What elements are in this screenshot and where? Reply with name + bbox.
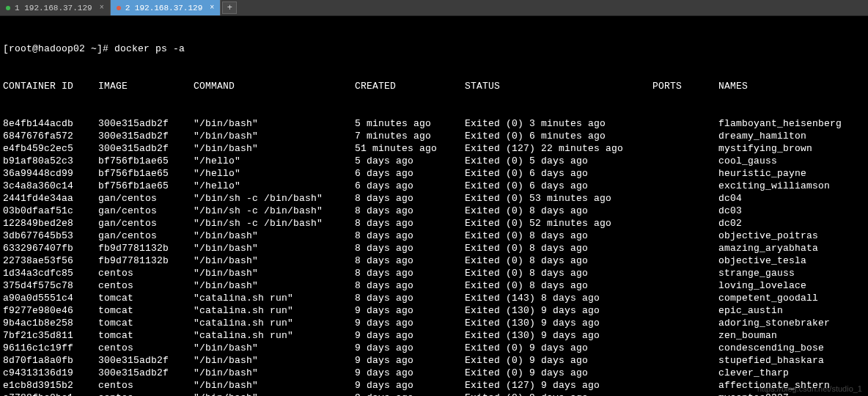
status-dot-icon xyxy=(6,6,10,10)
cell-command: "/hello" xyxy=(194,180,355,192)
cell-names: mystifying_brown xyxy=(718,142,865,155)
cell-status: Exited (0) 6 days ago xyxy=(465,180,652,192)
cell-image: 300e315adb2f xyxy=(98,354,194,367)
cell-container-id: e7788fbc0bc1 xyxy=(3,392,98,396)
table-row: 36a99448cd99bf756fb1ae65"/hello"6 days a… xyxy=(3,167,865,180)
cell-command: "catalina.sh run" xyxy=(194,317,355,329)
cell-command: "catalina.sh run" xyxy=(194,292,355,304)
cell-image: gan/centos xyxy=(98,230,194,242)
table-row: 22738ae53f56fb9d7781132b"/bin/bash"8 day… xyxy=(3,254,865,267)
cell-names: dc04 xyxy=(718,192,865,205)
cell-ports xyxy=(652,192,718,205)
table-row: 375d4f575c78centos"/bin/bash"8 days agoE… xyxy=(3,279,865,292)
add-tab-button[interactable]: + xyxy=(222,1,237,14)
cell-created: 9 days ago xyxy=(355,354,465,367)
cell-names: dreamy_hamilton xyxy=(718,130,865,142)
table-row: 3db677645b53gan/centos"/bin/bash"8 days … xyxy=(3,230,865,242)
cell-ports xyxy=(652,267,718,279)
status-dot-icon xyxy=(117,6,121,10)
cell-command: "/bin/bash" xyxy=(194,142,355,155)
cell-status: Exited (0) 3 minutes ago xyxy=(465,117,652,130)
cell-command: "/bin/bash" xyxy=(194,354,355,367)
table-row: 1d34a3cdfc85centos"/bin/bash"8 days agoE… xyxy=(3,267,865,279)
cell-ports xyxy=(652,392,718,396)
cell-status: Exited (130) 9 days ago xyxy=(465,329,652,342)
cell-created: 8 days ago xyxy=(355,292,465,304)
cell-status: Exited (0) 6 minutes ago xyxy=(465,130,652,142)
cell-container-id: 3c4a8a360c14 xyxy=(3,180,98,192)
cell-created: 8 days ago xyxy=(355,192,465,205)
table-row: a90a0d5551c4tomcat"catalina.sh run"8 day… xyxy=(3,292,865,304)
table-row: 8d70f1a8a0fb300e315adb2f"/bin/bash"9 day… xyxy=(3,354,865,367)
close-icon[interactable]: × xyxy=(100,4,104,12)
tab-1[interactable]: 2 192.168.37.129× xyxy=(111,0,221,15)
cell-ports xyxy=(652,155,718,167)
col-status: STATUS xyxy=(465,80,652,92)
cell-created: 9 days ago xyxy=(355,317,465,329)
cell-status: Exited (0) 8 days ago xyxy=(465,267,652,279)
cell-ports xyxy=(652,304,718,317)
cell-image: centos xyxy=(98,342,194,354)
cell-created: 8 days ago xyxy=(355,279,465,292)
cell-ports xyxy=(652,254,718,267)
table-row: 3c4a8a360c14bf756fb1ae65"/hello"6 days a… xyxy=(3,180,865,192)
table-row: 122849bed2e8gan/centos"/bin/sh -c /bin/b… xyxy=(3,217,865,230)
table-row: 03b0dfaaf51cgan/centos"/bin/sh -c /bin/b… xyxy=(3,205,865,217)
cell-container-id: 3db677645b53 xyxy=(3,230,98,242)
cell-status: Exited (0) 8 days ago xyxy=(465,205,652,217)
table-row: 6847676fa572300e315adb2f"/bin/bash"7 min… xyxy=(3,130,865,142)
cell-command: "/bin/bash" xyxy=(194,230,355,242)
cell-names: cool_gauss xyxy=(718,155,865,167)
table-row: b91af80a52c3bf756fb1ae65"/hello"5 days a… xyxy=(3,155,865,167)
cell-container-id: 6847676fa572 xyxy=(3,130,98,142)
cell-image: centos xyxy=(98,379,194,392)
cell-status: Exited (0) 9 days ago xyxy=(465,354,652,367)
col-command: COMMAND xyxy=(194,80,355,92)
cell-names: competent_goodall xyxy=(718,292,865,304)
table-row: 96116c1c19ffcentos"/bin/bash"9 days agoE… xyxy=(3,342,865,354)
cell-created: 8 days ago xyxy=(355,242,465,254)
cell-container-id: 1d34a3cdfc85 xyxy=(3,267,98,279)
cell-command: "catalina.sh run" xyxy=(194,329,355,342)
table-row: c94313136d19300e315adb2f"/bin/bash"9 day… xyxy=(3,367,865,379)
cell-container-id: f9277e980e46 xyxy=(3,304,98,317)
col-image: IMAGE xyxy=(98,80,194,92)
cell-image: gan/centos xyxy=(98,217,194,230)
terminal-output[interactable]: [root@hadoop02 ~]# docker ps -a CONTAINE… xyxy=(0,16,868,396)
cell-created: 8 days ago xyxy=(355,267,465,279)
cell-container-id: 122849bed2e8 xyxy=(3,217,98,230)
cell-image: centos xyxy=(98,267,194,279)
cell-image: bf756fb1ae65 xyxy=(98,155,194,167)
cell-container-id: b91af80a52c3 xyxy=(3,155,98,167)
col-names: NAMES xyxy=(718,80,865,92)
cell-created: 9 days ago xyxy=(355,342,465,354)
cell-command: "/bin/bash" xyxy=(194,392,355,396)
cell-image: bf756fb1ae65 xyxy=(98,167,194,180)
cell-image: tomcat xyxy=(98,317,194,329)
cell-ports xyxy=(652,354,718,367)
table-row: 9b4ac1b8e258tomcat"catalina.sh run"9 day… xyxy=(3,317,865,329)
cell-image: tomcat xyxy=(98,329,194,342)
cell-image: 300e315adb2f xyxy=(98,130,194,142)
cell-command: "/bin/bash" xyxy=(194,342,355,354)
cell-names: loving_lovelace xyxy=(718,279,865,292)
cell-status: Exited (130) 9 days ago xyxy=(465,317,652,329)
cell-image: 300e315adb2f xyxy=(98,142,194,155)
cell-names: condescending_bose xyxy=(718,342,865,354)
cell-ports xyxy=(652,367,718,379)
cell-created: 8 days ago xyxy=(355,217,465,230)
cell-command: "/bin/bash" xyxy=(194,379,355,392)
close-icon[interactable]: × xyxy=(210,4,214,12)
cell-command: "/bin/sh -c /bin/bash" xyxy=(194,192,355,205)
cell-image: tomcat xyxy=(98,292,194,304)
cell-created: 9 days ago xyxy=(355,367,465,379)
col-ports: PORTS xyxy=(652,80,718,92)
cell-names: amazing_aryabhata xyxy=(718,242,865,254)
cell-container-id: e1cb8d3915b2 xyxy=(3,379,98,392)
cell-command: "/hello" xyxy=(194,167,355,180)
cell-container-id: 8d70f1a8a0fb xyxy=(3,354,98,367)
cell-status: Exited (127) 9 days ago xyxy=(465,379,652,392)
cell-image: 300e315adb2f xyxy=(98,117,194,130)
cell-image: 300e315adb2f xyxy=(98,367,194,379)
tab-0[interactable]: 1 192.168.37.129× xyxy=(0,0,111,15)
